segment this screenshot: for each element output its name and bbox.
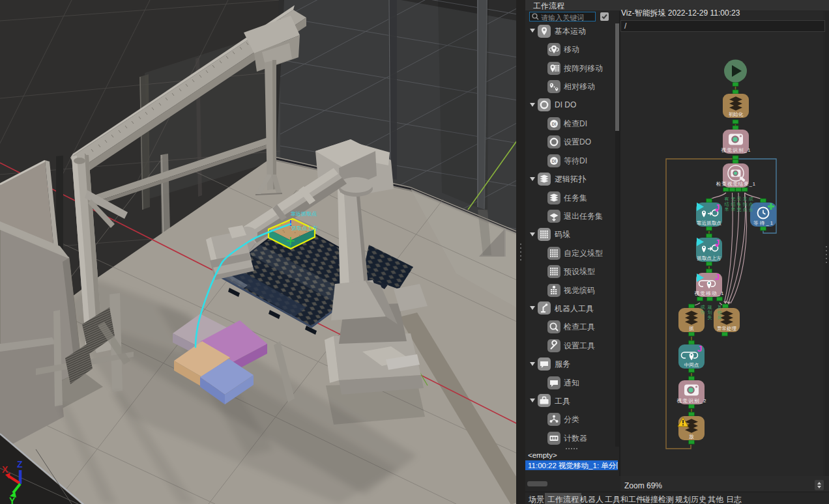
svg-text:成点云: 成点云 bbox=[749, 197, 753, 212]
svg-text:抓取点上方: 抓取点上方 bbox=[291, 225, 318, 231]
svg-text:等待_1: 等待_1 bbox=[753, 220, 773, 226]
svg-text:异常处理: 异常处理 bbox=[717, 326, 737, 331]
svg-text:DI: DI bbox=[552, 159, 557, 163]
svg-text:中间点: 中间点 bbox=[684, 362, 699, 368]
svg-text:Y: Y bbox=[9, 496, 16, 504]
svg-text:J: J bbox=[715, 272, 720, 282]
svg-text:其他异: 其他异 bbox=[718, 305, 723, 320]
svg-text:X: X bbox=[2, 464, 8, 475]
svg-text:初始化: 初始化 bbox=[729, 111, 744, 117]
svg-text:未拍点: 未拍点 bbox=[742, 197, 748, 212]
svg-text:成功: 成功 bbox=[701, 305, 705, 315]
svg-text:抓取点上方: 抓取点上方 bbox=[697, 255, 721, 261]
svg-text:规划失: 规划失 bbox=[708, 305, 712, 320]
svg-text:抓: 抓 bbox=[689, 326, 694, 331]
svg-text:视觉识别_2: 视觉识别_2 bbox=[677, 398, 706, 404]
svg-text:放: 放 bbox=[689, 434, 694, 440]
svg-text:靠近抓取点: 靠近抓取点 bbox=[696, 220, 721, 226]
svg-text:采集完: 采集完 bbox=[737, 197, 742, 212]
svg-text:靠近抓取点: 靠近抓取点 bbox=[291, 211, 317, 217]
svg-text:视觉识别_1: 视觉识别_1 bbox=[721, 147, 751, 153]
svg-text:DI: DI bbox=[552, 122, 557, 126]
svg-text:视觉移动_1: 视觉移动_1 bbox=[695, 290, 724, 296]
svg-text:无结果: 无结果 bbox=[731, 197, 736, 212]
svg-text:Z: Z bbox=[17, 459, 23, 469]
svg-text:有结果: 有结果 bbox=[725, 197, 729, 212]
svg-text:J: J bbox=[697, 344, 702, 354]
svg-text:检查视觉结果_1: 检查视觉结果_1 bbox=[716, 181, 755, 187]
